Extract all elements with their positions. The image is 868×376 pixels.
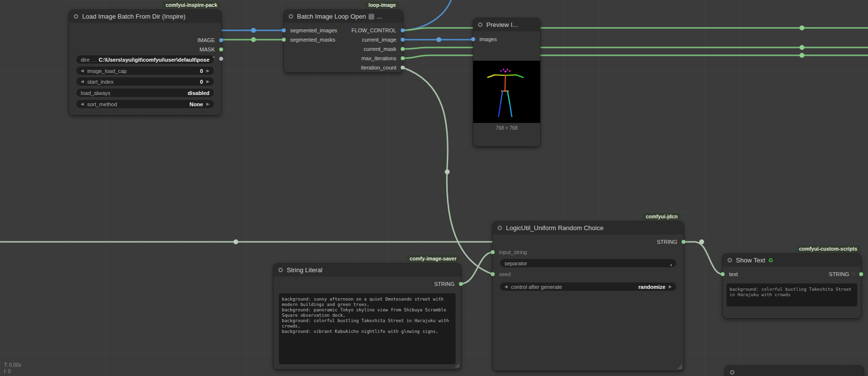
resize-grip[interactable] (677, 364, 682, 369)
widget-load-always[interactable]: load_always disabled (76, 89, 214, 97)
node-title-bar[interactable]: Preview I... (473, 18, 540, 31)
output-slot-string: STRING ∷ (796, 269, 861, 279)
slot-dot-max-iterations[interactable] (401, 56, 405, 60)
widget-value: C:\Users\syui\git\comfyui\user\default\p… (99, 57, 209, 63)
widget-label: sort_method (87, 101, 117, 107)
show-text-output[interactable]: background: colorful bustling Takeshita … (727, 283, 857, 306)
node-batch-image-loop[interactable]: loop-image Batch Image Loop Open ... seg… (284, 10, 403, 72)
slot-dot-string[interactable] (682, 240, 685, 244)
reroute-dot[interactable] (436, 37, 441, 42)
slot-label: iteration_count (361, 65, 396, 70)
widget-start-index[interactable]: ◀ start_index 0 ▶ (76, 77, 214, 86)
slot-label: segmented_images (290, 27, 337, 33)
link-flow-control (403, 0, 451, 30)
widget-image-load-cap[interactable]: ◀ image_load_cap 0 ▶ (76, 67, 214, 75)
slot-label: segmented_masks (290, 37, 335, 43)
node-title-bar[interactable]: Show Text ♻ (723, 254, 861, 267)
increment-icon[interactable]: ▶ (206, 79, 209, 84)
slot-dot-string[interactable] (459, 282, 463, 286)
slot-dot-flow-control[interactable] (401, 28, 405, 32)
reroute-dot[interactable] (799, 45, 804, 50)
widget-value: disabled (187, 90, 209, 96)
slot-dot-seed[interactable] (491, 272, 495, 276)
node-string-literal[interactable]: comfy-image-saver String Literal STRING … (274, 263, 461, 369)
image-size-caption: 768 × 768 (473, 125, 540, 131)
slot-label: seed (499, 271, 511, 277)
increment-icon[interactable]: ▶ (206, 69, 209, 73)
slot-dot-text[interactable] (721, 272, 725, 276)
widget-control-after-generate[interactable]: ◀ control after generate randomize ▶ (500, 282, 676, 291)
slot-dot-iteration-count[interactable] (401, 66, 405, 70)
title-suffix: ... (377, 13, 382, 20)
slot-dot-string[interactable] (859, 272, 863, 276)
collapse-dot-icon[interactable] (74, 14, 78, 19)
collapse-dot-icon[interactable] (728, 258, 732, 262)
widget-sort-method[interactable]: ◀ sort_method None ▶ (76, 100, 214, 108)
decrement-icon[interactable]: ◀ (81, 102, 84, 106)
input-slot-input-string: input_string (493, 247, 572, 257)
node-uniform-random-choice[interactable]: comfyui-jdcn LogicUtil_Uniform Random Ch… (493, 221, 684, 371)
status-time: T: 0.00s (4, 362, 21, 368)
reroute-dot[interactable] (251, 37, 256, 42)
slot-label: FLOW_CONTROL (351, 27, 396, 33)
node-graph-canvas[interactable]: comfyui-inspire-pack Load Image Batch Fr… (0, 0, 868, 376)
link-string-literal-input (461, 252, 493, 284)
node-title-bar[interactable]: LogicUtil_Uniform Random Choice (493, 221, 684, 235)
link-right-1 (403, 28, 868, 30)
widget-value: , (670, 260, 672, 266)
node-title-bar[interactable]: Batch Image Loop Open ... (284, 10, 403, 23)
widget-value: None (189, 101, 203, 107)
collapse-dot-icon[interactable] (498, 226, 502, 230)
reroute-dot[interactable] (699, 239, 704, 244)
slot-dot-images[interactable] (471, 37, 475, 41)
widget-directory[interactable]: dire … C:\Users\syui\git\comfyui\user\de… (76, 55, 214, 64)
node-pack-badge: comfyui-inspire-pack (162, 1, 220, 9)
node-title-bar[interactable] (725, 366, 864, 376)
increment-icon[interactable]: ▶ (669, 284, 672, 289)
slot-label: text (729, 271, 738, 277)
slot-dot-image[interactable] (219, 38, 223, 42)
decrement-icon[interactable]: ◀ (504, 284, 507, 289)
reroute-dot[interactable] (799, 53, 804, 58)
node-preview-image[interactable]: Preview I... images (473, 18, 540, 146)
node-title-bar[interactable]: Load Image Batch From Dir (Inspire) (69, 10, 221, 23)
node-title-bar[interactable]: String Literal (274, 263, 461, 277)
resize-grip[interactable] (455, 363, 459, 368)
node-load-image-batch[interactable]: comfyui-inspire-pack Load Image Batch Fr… (69, 10, 221, 115)
input-slot-seed: seed (493, 269, 572, 279)
widget-value: randomize (639, 284, 665, 290)
output-slot-string: STRING (381, 279, 461, 288)
slot-dot-mask[interactable] (219, 47, 223, 51)
slot-dot-input-string[interactable] (491, 250, 495, 254)
slot-dot-int[interactable] (219, 57, 223, 61)
collapse-dot-icon[interactable] (730, 370, 734, 375)
node-pack-badge: comfyui-custom-scripts (796, 245, 860, 253)
slot-dot-current-mask[interactable] (401, 47, 405, 51)
collapse-dot-icon[interactable] (478, 23, 482, 27)
string-literal-textarea[interactable]: background: sunny afternoon on a quiet O… (279, 293, 456, 364)
output-slot-current-mask: current_mask (343, 44, 403, 53)
decrement-icon[interactable]: ◀ (81, 69, 84, 73)
reroute-dot[interactable] (233, 239, 238, 244)
node-title: Load Image Batch From Dir (Inspire) (82, 13, 185, 20)
slot-dot-segmented-masks[interactable] (282, 38, 286, 42)
partial-node[interactable] (725, 366, 864, 376)
slot-dot-segmented-images[interactable] (282, 28, 286, 32)
widget-separator[interactable]: separator , (500, 259, 676, 267)
slot-dot-current-image[interactable] (401, 38, 405, 42)
node-show-text[interactable]: comfyui-custom-scripts Show Text ♻ text … (723, 254, 861, 318)
input-slot-text: text (723, 269, 773, 279)
node-title: Show Text (736, 257, 765, 264)
collapse-dot-icon[interactable] (289, 14, 293, 19)
decrement-icon[interactable]: ◀ (81, 79, 84, 84)
reroute-dot[interactable] (799, 25, 804, 30)
collapse-dot-icon[interactable] (278, 268, 283, 272)
output-slot-image: IMAGE (137, 35, 221, 45)
increment-icon[interactable]: ▶ (206, 102, 209, 106)
slot-label: current_mask (364, 46, 396, 52)
node-title: Batch Image Loop Open (297, 13, 366, 20)
widget-value: 0 (200, 79, 203, 85)
reroute-dot[interactable] (251, 28, 256, 33)
reroute-dot[interactable] (445, 169, 450, 174)
node-title: String Literal (287, 266, 322, 274)
